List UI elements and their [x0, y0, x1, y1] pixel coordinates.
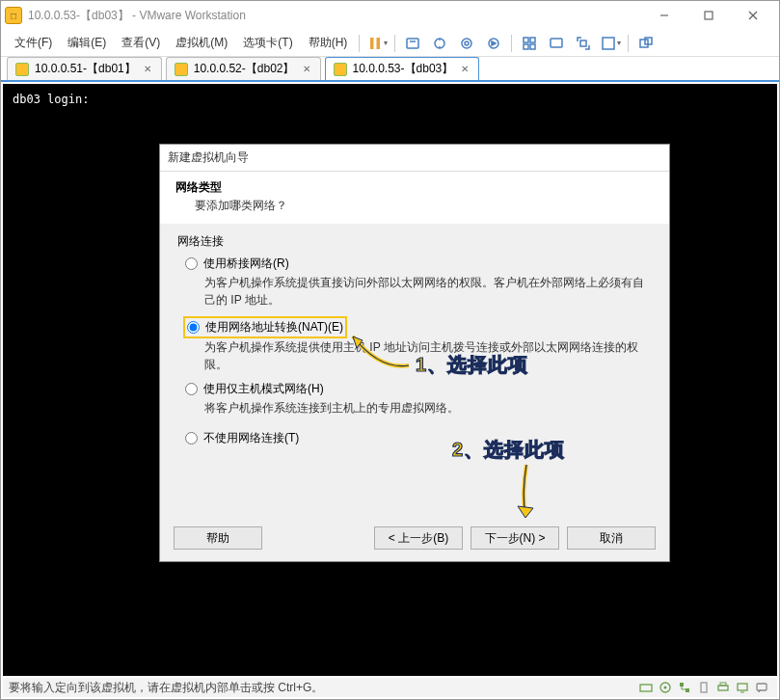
snapshot-manager-icon[interactable] — [454, 32, 479, 55]
svg-point-25 — [664, 687, 667, 689]
radio-hostonly[interactable] — [185, 383, 198, 395]
vm-icon — [15, 63, 29, 76]
radio-bridged[interactable] — [185, 257, 198, 270]
dialog-footer: 帮助 < 上一步(B) 下一步(N) > 取消 — [160, 515, 669, 561]
option-hostonly-desc: 将客户机操作系统连接到主机上的专用虚拟网络。 — [204, 399, 652, 417]
option-hostonly-label: 使用仅主机模式网络(H) — [203, 381, 324, 397]
separator — [394, 35, 395, 52]
svg-rect-30 — [720, 683, 726, 686]
back-button[interactable]: < 上一步(B) — [374, 526, 463, 550]
tab-label: 10.0.0.52-【db02】 — [194, 61, 295, 77]
svg-rect-15 — [530, 44, 535, 49]
svg-rect-12 — [524, 38, 528, 42]
svg-rect-4 — [370, 38, 374, 49]
option-none[interactable]: 不使用网络连接(T) — [185, 430, 652, 446]
display-icon[interactable] — [735, 680, 750, 695]
option-nat-label: 使用网络地址转换(NAT)(E) — [205, 319, 343, 336]
send-ctrl-alt-del-icon[interactable] — [400, 32, 425, 55]
cd-icon[interactable] — [658, 680, 673, 695]
svg-rect-29 — [718, 686, 728, 690]
close-icon[interactable]: ✕ — [142, 64, 153, 75]
app-icon — [5, 7, 22, 24]
menu-help[interactable]: 帮助(H) — [301, 31, 356, 55]
svg-rect-1 — [705, 12, 713, 19]
close-button[interactable] — [731, 1, 775, 30]
network-icon[interactable] — [677, 680, 692, 695]
fullscreen-icon[interactable]: ▾ — [598, 32, 623, 55]
svg-rect-19 — [640, 40, 648, 47]
menu-edit[interactable]: 编辑(E) — [60, 31, 114, 55]
option-none-label: 不使用网络连接(T) — [203, 430, 299, 446]
menu-tabs[interactable]: 选项卡(T) — [235, 31, 300, 55]
menubar: 文件(F) 编辑(E) 查看(V) 虚拟机(M) 选项卡(T) 帮助(H) ▾ … — [1, 30, 779, 57]
svg-rect-28 — [701, 683, 707, 692]
separator — [628, 35, 629, 52]
usb-icon[interactable] — [696, 680, 712, 695]
vm-icon — [175, 63, 188, 76]
dialog-title: 新建虚拟机向导 — [160, 145, 669, 172]
option-hostonly[interactable]: 使用仅主机模式网络(H) — [185, 381, 652, 397]
svg-rect-26 — [680, 683, 684, 687]
separator — [359, 35, 360, 52]
menu-file[interactable]: 文件(F) — [7, 31, 60, 55]
option-bridged-desc: 为客户机操作系统提供直接访问外部以太网网络的权限。客户机在外部网络上必须有自己的… — [204, 274, 652, 309]
svg-rect-14 — [524, 44, 528, 49]
revert-icon[interactable] — [481, 32, 506, 55]
svg-rect-18 — [603, 38, 614, 49]
annotation-2: 2、选择此项 — [452, 437, 565, 463]
printer-icon[interactable] — [715, 680, 731, 695]
tab-db01[interactable]: 10.0.0.51-【db01】 ✕ — [7, 57, 162, 80]
unity-icon[interactable] — [633, 32, 659, 55]
dialog-heading: 网络类型 — [175, 179, 654, 196]
maximize-button[interactable] — [686, 1, 731, 30]
pause-icon[interactable]: ▾ — [364, 32, 390, 55]
tab-label: 10.0.0.51-【db01】 — [35, 61, 136, 77]
svg-rect-6 — [407, 39, 418, 48]
dialog-subheading: 要添加哪类网络？ — [175, 198, 654, 214]
option-nat[interactable]: 使用网络地址转换(NAT)(E) — [187, 319, 343, 336]
dialog-header: 网络类型 要添加哪类网络？ — [160, 172, 669, 224]
titlebar: 10.0.0.53-【db03】 - VMware Workstation — [1, 1, 779, 30]
annotation-arrow-2 — [502, 460, 551, 529]
disk-icon[interactable] — [638, 680, 654, 695]
stretch-icon[interactable] — [571, 32, 596, 55]
separator — [511, 35, 512, 52]
cancel-button[interactable]: 取消 — [567, 526, 656, 550]
menu-vm[interactable]: 虚拟机(M) — [168, 31, 235, 55]
highlight-nat-option: 使用网络地址转换(NAT)(E) — [183, 316, 347, 338]
window-title: 10.0.0.53-【db03】 - VMware Workstation — [28, 8, 642, 24]
menu-view[interactable]: 查看(V) — [114, 31, 168, 55]
snapshot-icon[interactable] — [427, 32, 452, 55]
annotation-arrow-1 — [341, 327, 418, 375]
option-bridged-label: 使用桥接网络(R) — [203, 256, 289, 272]
thumbnail-icon[interactable] — [517, 32, 542, 55]
close-icon[interactable]: ✕ — [459, 64, 471, 75]
statusbar: 要将输入定向到该虚拟机，请在虚拟机内部单击或按 Ctrl+G。 — [3, 678, 777, 697]
close-icon[interactable]: ✕ — [301, 64, 312, 75]
help-button[interactable]: 帮助 — [174, 526, 262, 550]
svg-point-9 — [462, 39, 471, 48]
tab-db02[interactable]: 10.0.0.52-【db02】 ✕ — [166, 57, 321, 80]
group-network-label: 网络连接 — [177, 233, 652, 250]
svg-marker-22 — [518, 506, 533, 518]
next-button[interactable]: 下一步(N) > — [471, 526, 559, 550]
radio-none[interactable] — [185, 432, 198, 444]
console-icon[interactable] — [544, 32, 569, 55]
option-bridged[interactable]: 使用桥接网络(R) — [185, 256, 652, 272]
status-hint: 要将输入定向到该虚拟机，请在虚拟机内部单击或按 Ctrl+G。 — [9, 680, 323, 696]
terminal-prompt: db03 login: — [13, 93, 89, 106]
vm-icon — [334, 63, 347, 76]
svg-rect-5 — [376, 38, 380, 49]
svg-rect-31 — [738, 684, 747, 690]
svg-point-10 — [465, 41, 469, 45]
svg-rect-33 — [757, 684, 767, 690]
svg-rect-23 — [640, 685, 652, 691]
tab-label: 10.0.0.53-【db03】 — [353, 61, 454, 77]
svg-rect-17 — [580, 40, 586, 46]
minimize-button[interactable] — [642, 1, 686, 30]
message-icon[interactable] — [754, 680, 769, 695]
radio-nat[interactable] — [187, 321, 200, 334]
tab-db03[interactable]: 10.0.0.53-【db03】 ✕ — [325, 57, 480, 80]
tabbar: 10.0.0.51-【db01】 ✕ 10.0.0.52-【db02】 ✕ 10… — [1, 57, 779, 82]
svg-rect-13 — [530, 38, 535, 42]
